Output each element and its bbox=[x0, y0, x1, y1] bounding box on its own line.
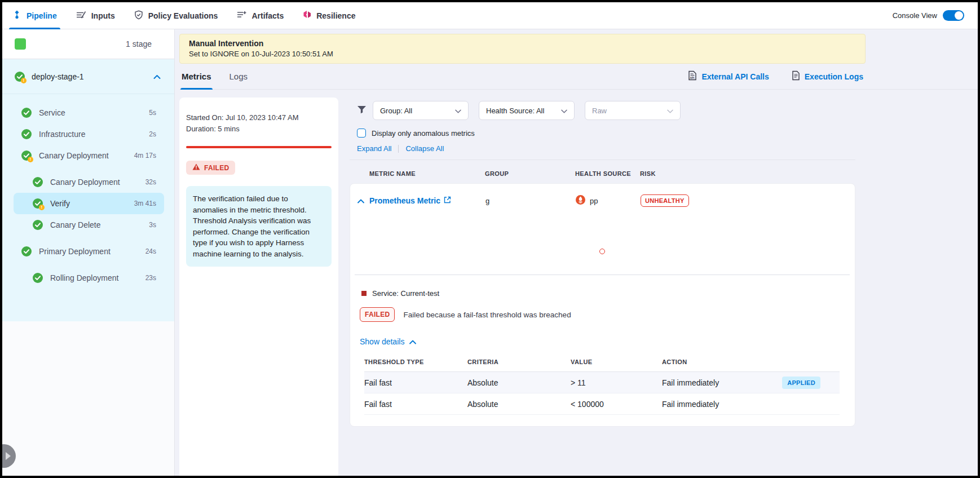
collapse-all-link[interactable]: Collapse All bbox=[405, 144, 444, 153]
col-criteria: CRITERIA bbox=[467, 358, 571, 365]
stage-count: 1 stage bbox=[126, 39, 152, 48]
view-tabs: Metrics Logs API External API Calls Exec… bbox=[179, 64, 978, 90]
step-status-success-icon: ! bbox=[21, 246, 32, 256]
stage-name: deploy-stage-1 bbox=[32, 72, 84, 81]
log-links: API External API Calls Execution Logs bbox=[688, 70, 863, 82]
col-group: GROUP bbox=[485, 170, 575, 177]
step-duration: 5s bbox=[149, 109, 164, 117]
health-source-filter-dropdown[interactable]: Health Source: All bbox=[479, 101, 575, 120]
step-status-success-icon: ! bbox=[33, 198, 43, 209]
sidebar-summary: 1 stage bbox=[2, 29, 174, 59]
expand-all-link[interactable]: Expand All bbox=[357, 144, 391, 153]
failure-reason-text: Failed because a fail-fast threshold was… bbox=[403, 311, 571, 319]
legend-label: Service: Current-test bbox=[372, 289, 439, 298]
stage-status-square bbox=[15, 38, 26, 50]
step-duration: 32s bbox=[145, 178, 164, 186]
group-filter-dropdown[interactable]: Group: All bbox=[373, 101, 469, 120]
tab-metrics[interactable]: Metrics bbox=[180, 64, 213, 89]
console-view-toggle[interactable] bbox=[943, 10, 964, 21]
top-navigation: Pipeline Inputs Policy Evaluations Artif… bbox=[2, 2, 978, 29]
failure-reason-row: FAILED Failed because a fail-fast thresh… bbox=[350, 307, 855, 322]
execution-sidebar: 1 stage ! deploy-stage-1 ! Service 5s bbox=[2, 29, 175, 476]
threshold-details-table: THRESHOLD TYPE CRITERIA VALUE ACTION Fai… bbox=[364, 358, 840, 415]
step-label: Verify bbox=[50, 199, 70, 208]
external-link-icon bbox=[444, 196, 451, 205]
step-label: Service bbox=[39, 108, 65, 117]
step-list-item[interactable]: ! Service 5s bbox=[14, 102, 164, 123]
external-api-calls-link[interactable]: API External API Calls bbox=[688, 70, 769, 82]
banner-subtitle: Set to IGNORE on 10-Jul-2023 10:50:51 AM bbox=[189, 50, 856, 58]
step-list-item[interactable]: ! Verify 3m 41s bbox=[14, 193, 164, 214]
filter-funnel-icon[interactable] bbox=[357, 105, 367, 116]
warning-dot-icon: ! bbox=[28, 157, 33, 162]
legend-swatch bbox=[361, 291, 367, 296]
step-list-item[interactable]: ! Canary Delete 3s bbox=[14, 214, 164, 236]
step-label: Infrastructure bbox=[39, 130, 85, 139]
duration: Duration: 5 mins bbox=[186, 123, 332, 135]
metric-row: Prometheus Metric g pp UNHEALTHY bbox=[350, 192, 855, 209]
step-duration: 23s bbox=[145, 274, 164, 282]
step-status-success-icon: ! bbox=[21, 129, 32, 139]
step-list-item[interactable]: ! Canary Deployment 4m 17s bbox=[14, 145, 164, 166]
document-icon bbox=[792, 70, 800, 82]
verification-failure-message: The verification failed due to anomalies… bbox=[186, 186, 332, 267]
step-status-success-icon: ! bbox=[33, 220, 43, 230]
anomalous-filter-row: Display only anomalous metrics bbox=[350, 129, 866, 138]
step-status-success-icon: ! bbox=[33, 273, 43, 283]
step-label: Canary Deployment bbox=[50, 178, 120, 187]
tab-inputs[interactable]: Inputs bbox=[76, 2, 115, 29]
step-label: Primary Deployment bbox=[39, 247, 111, 256]
raw-data-dropdown[interactable]: Raw bbox=[585, 101, 681, 120]
step-list-item[interactable]: ! Rolling Deployment 23s bbox=[14, 267, 164, 289]
applied-badge: APPLIED bbox=[782, 377, 820, 389]
col-action: ACTION bbox=[662, 358, 840, 365]
step-list-item[interactable]: ! Canary Deployment 32s bbox=[14, 171, 164, 193]
tab-policy-evaluations[interactable]: Policy Evaluations bbox=[134, 2, 218, 29]
execution-logs-link[interactable]: Execution Logs bbox=[792, 70, 863, 82]
expand-collapse-row: Expand All Collapse All bbox=[350, 144, 855, 160]
collapse-metric-chevron-up-icon[interactable] bbox=[357, 196, 364, 205]
shield-check-icon bbox=[134, 10, 143, 21]
step-list-item[interactable]: ! Primary Deployment 24s bbox=[14, 241, 164, 262]
filter-row: Group: All Health Source: All Raw bbox=[350, 101, 866, 120]
svg-text:API: API bbox=[690, 77, 695, 79]
show-details-link[interactable]: Show details bbox=[350, 337, 855, 346]
chevron-up-icon bbox=[409, 337, 416, 346]
step-status-success-icon: ! bbox=[21, 151, 32, 161]
started-on: Started On: Jul 10, 2023 10:47 AM bbox=[186, 112, 332, 123]
stage-header[interactable]: ! deploy-stage-1 bbox=[2, 59, 174, 94]
metric-group-value: g bbox=[485, 197, 576, 205]
manual-intervention-banner: Manual Intervention Set to IGNORE on 10-… bbox=[179, 34, 866, 64]
tab-artifacts[interactable]: Artifacts bbox=[237, 2, 284, 29]
anomalous-data-point[interactable] bbox=[599, 249, 605, 254]
inputs-icon bbox=[76, 11, 86, 21]
tab-resilience[interactable]: Resilience bbox=[303, 2, 355, 29]
metric-chart bbox=[355, 220, 850, 275]
col-value: VALUE bbox=[571, 358, 662, 365]
resilience-icon bbox=[303, 10, 311, 21]
tab-label: Resilience bbox=[316, 11, 355, 20]
api-document-icon: API bbox=[688, 70, 697, 82]
tab-label: Inputs bbox=[91, 11, 115, 20]
metric-name-link[interactable]: Prometheus Metric bbox=[369, 196, 451, 205]
tab-label: Artifacts bbox=[251, 11, 284, 20]
step-duration: 2s bbox=[149, 130, 164, 138]
risk-badge-unhealthy: UNHEALTHY bbox=[641, 194, 689, 207]
threshold-table-header: THRESHOLD TYPE CRITERIA VALUE ACTION bbox=[364, 358, 840, 372]
warning-dot-icon: ! bbox=[39, 205, 45, 210]
warning-dot-icon: ! bbox=[21, 78, 27, 83]
step-duration: 3s bbox=[149, 221, 164, 229]
step-label: Canary Deployment bbox=[39, 151, 109, 160]
app-window: Pipeline Inputs Policy Evaluations Artif… bbox=[2, 2, 978, 476]
step-list-item[interactable]: ! Infrastructure 2s bbox=[14, 123, 164, 145]
chevron-up-icon[interactable] bbox=[153, 72, 161, 81]
anomalous-metrics-checkbox[interactable] bbox=[357, 129, 366, 138]
tab-logs[interactable]: Logs bbox=[228, 64, 249, 89]
chevron-down-icon bbox=[561, 107, 567, 115]
threshold-row: Fail fast Absolute < 100000 Fail immedia… bbox=[364, 393, 840, 415]
step-label: Canary Delete bbox=[50, 220, 101, 229]
tab-label: Policy Evaluations bbox=[148, 11, 218, 20]
chevron-down-icon bbox=[455, 107, 461, 115]
tab-pipeline[interactable]: Pipeline bbox=[12, 2, 57, 29]
metric-card: Prometheus Metric g pp UNHEALTHY bbox=[350, 183, 855, 427]
